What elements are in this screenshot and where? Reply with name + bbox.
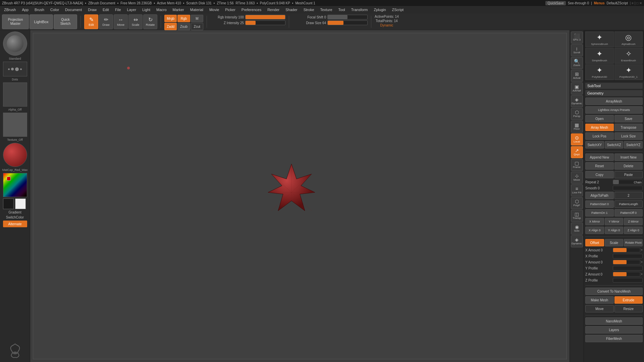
- menu-edit[interactable]: Edit: [100, 7, 112, 12]
- menu-file[interactable]: File: [112, 7, 124, 12]
- color-picker[interactable]: [3, 173, 27, 197]
- rgb-button[interactable]: Rgb: [177, 15, 190, 22]
- menu-transform[interactable]: Transform: [348, 7, 371, 12]
- menu-zbrush[interactable]: ZBrush: [1, 7, 18, 12]
- menu-macro[interactable]: Macro: [154, 7, 169, 12]
- resize-button[interactable]: Resize: [614, 305, 643, 312]
- rt-actual[interactable]: ⊞ Actual: [571, 70, 583, 82]
- pattern-off-button[interactable]: PatternOff 0: [614, 209, 643, 217]
- menu-render[interactable]: Render: [265, 7, 282, 12]
- layers-section[interactable]: Layers: [585, 326, 643, 334]
- reset-button[interactable]: Reset: [585, 162, 614, 170]
- lightbox-arrays-presets-btn[interactable]: Lightbox Arrays Presets: [585, 106, 643, 114]
- brush-alpha[interactable]: ◎ AlphaBrush: [614, 32, 643, 47]
- make-mesh-button[interactable]: Make Mesh: [585, 296, 614, 304]
- pattern-start-button[interactable]: PatternStart 0: [585, 200, 614, 208]
- brush-simple[interactable]: ✦ SimpleBrush: [585, 48, 614, 64]
- nanomesh-section[interactable]: NanoMesh: [585, 317, 643, 325]
- menu-shader[interactable]: Shader: [283, 7, 300, 12]
- quick-save-btn[interactable]: QuickSave: [545, 1, 566, 5]
- menu-zscript[interactable]: ZScript: [389, 7, 407, 12]
- repeat-slider[interactable]: Chain: [613, 180, 643, 184]
- brush-eraser[interactable]: ✧ EraserBrush: [614, 48, 643, 64]
- menu-app[interactable]: App: [19, 7, 31, 12]
- delete-button[interactable]: Delete: [614, 162, 643, 170]
- array-mesh-section[interactable]: ArrayMesh: [585, 98, 643, 105]
- menu-document[interactable]: Document: [62, 7, 85, 12]
- alternate-button[interactable]: Alternate: [3, 221, 27, 227]
- array-mesh-button[interactable]: Array Mesh: [585, 124, 614, 131]
- dots-preview[interactable]: [3, 62, 27, 76]
- color-secondary[interactable]: [15, 198, 26, 209]
- rt-zoom[interactable]: 🔍 Zoom: [571, 57, 583, 69]
- rt-dynamic2[interactable]: ◈ Dynamic: [571, 235, 583, 247]
- open-button[interactable]: Open: [585, 115, 614, 122]
- y-align-button[interactable]: Y Align 0: [605, 227, 624, 234]
- dynamic-btn[interactable]: Dynamic: [380, 23, 393, 27]
- align-to-path-button[interactable]: AlignToPath: [585, 192, 614, 199]
- x-profile-slider[interactable]: [613, 254, 643, 258]
- rt-dynamic[interactable]: ◈ Dynamic: [571, 95, 583, 107]
- convert-to-nanomesh-button[interactable]: Convert To NanoMesh: [585, 288, 643, 295]
- z-profile-slider[interactable]: [613, 278, 643, 283]
- focal-shift-slider[interactable]: [327, 15, 368, 19]
- edit-button[interactable]: ✎ Edit: [84, 14, 98, 29]
- switch-xy-button[interactable]: SwitchXY: [585, 141, 604, 148]
- brush-polymesh3d-1[interactable]: ✦ PolyMesh3D_1: [614, 64, 643, 80]
- rt-qxyz[interactable]: ↗ Qxyz: [571, 146, 583, 158]
- menu-tool[interactable]: Tool: [336, 7, 348, 12]
- fibermesh-section[interactable]: FiberMesh: [585, 335, 643, 342]
- z-intensity-slider[interactable]: [245, 20, 285, 25]
- rt-aahalf[interactable]: ▣ AAHalf: [571, 82, 583, 95]
- switch-xz-button[interactable]: SwitchXZ: [605, 141, 624, 148]
- scale-button[interactable]: ⇔ Scale: [128, 14, 143, 29]
- m-button[interactable]: M: [191, 15, 203, 22]
- menu-zplugin[interactable]: Zplugin: [371, 7, 388, 12]
- rt-transp[interactable]: ◫ Transp: [571, 210, 583, 222]
- material-preview[interactable]: [3, 143, 27, 167]
- rt-floor[interactable]: ▦ Floor: [571, 121, 583, 133]
- move-btn[interactable]: Move: [585, 305, 614, 312]
- menu-marker[interactable]: Marker: [170, 7, 187, 12]
- move-button[interactable]: ↔ Move: [114, 14, 128, 29]
- draw-size-slider[interactable]: [327, 20, 368, 25]
- insert-new-button[interactable]: Insert New: [614, 154, 643, 161]
- y-amount-slider[interactable]: [613, 260, 640, 264]
- rt-frame[interactable]: ▢ Frame: [571, 159, 583, 171]
- zadd-button[interactable]: Zadd: [164, 23, 177, 30]
- scale-btn[interactable]: Scale: [605, 239, 624, 246]
- menu-texture[interactable]: Texture: [318, 7, 335, 12]
- menu-movie[interactable]: Movie: [207, 7, 222, 12]
- brush-preview[interactable]: [3, 32, 27, 56]
- align-val-btn[interactable]: 2: [614, 192, 643, 199]
- canvas-area[interactable]: [30, 30, 570, 362]
- see-through[interactable]: See-through 0: [568, 1, 589, 5]
- offset-button[interactable]: Offset: [585, 239, 604, 246]
- y-mirror-button[interactable]: Y Mirror: [605, 218, 624, 225]
- menu-light[interactable]: Light: [140, 7, 153, 12]
- default-zscript[interactable]: DefaultZScript: [606, 1, 628, 5]
- projection-master-button[interactable]: ProjectionMaster: [2, 14, 29, 29]
- x-align-button[interactable]: X Align 0: [585, 227, 604, 234]
- brush-polymesh3d[interactable]: ✦ PolyMesh3D: [585, 64, 614, 80]
- rotate-pivot-button[interactable]: Rotate Pivot: [624, 239, 643, 246]
- pattern-length-button[interactable]: PatternLength: [614, 200, 643, 208]
- rgb-intensity-slider[interactable]: [245, 15, 285, 19]
- menus-btn[interactable]: Menus: [594, 1, 605, 5]
- menu-draw[interactable]: Draw: [85, 7, 99, 12]
- texture-preview[interactable]: [3, 113, 27, 137]
- x-amount-slider[interactable]: [613, 248, 640, 252]
- rt-scroll[interactable]: ↕ Scroll: [571, 44, 583, 56]
- mrgb-button[interactable]: Mrgb: [164, 15, 177, 22]
- zcut-button[interactable]: Zcut: [191, 23, 203, 30]
- color-primary[interactable]: [3, 198, 14, 209]
- smooth-slider[interactable]: [613, 186, 643, 190]
- rt-persp[interactable]: ⬡ Persp: [571, 108, 583, 120]
- rt-solo[interactable]: ◉ Solo: [571, 223, 583, 235]
- rt-spix[interactable]: ⬛ SPix 3: [571, 32, 583, 44]
- rt-local[interactable]: ⊙ Local: [571, 133, 583, 145]
- copy-button[interactable]: Copy: [585, 171, 614, 178]
- menu-brush[interactable]: Brush: [32, 7, 47, 12]
- z-amount-slider[interactable]: [613, 272, 640, 277]
- zsub-button[interactable]: Zsub: [177, 23, 190, 30]
